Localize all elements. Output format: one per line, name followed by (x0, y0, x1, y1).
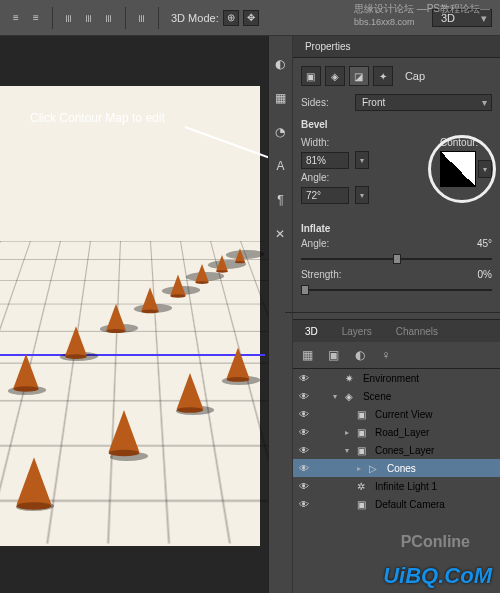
align-icon[interactable]: ≡ (8, 10, 24, 26)
filter-light-icon[interactable]: ♀ (377, 346, 395, 364)
contour-dropdown[interactable]: ▾ (478, 160, 492, 178)
item-label: Road_Layer (375, 427, 429, 438)
bevel-section: Bevel (301, 119, 492, 130)
properties-tab[interactable]: Properties (297, 37, 359, 56)
visibility-icon[interactable]: 👁 (297, 373, 311, 384)
visibility-icon[interactable]: 👁 (297, 391, 311, 402)
cone-mesh (216, 255, 228, 271)
cone-mesh (17, 457, 52, 505)
item-label: Scene (363, 391, 391, 402)
item-type-icon: ✷ (345, 373, 359, 384)
sides-select[interactable]: Front (355, 94, 492, 111)
watermark-forum: 思缘设计论坛 (354, 3, 414, 14)
mode-label: 3D Mode: (171, 12, 219, 24)
annotation-text: Click Contour Map to edit (30, 111, 165, 125)
cone-mesh (235, 248, 245, 262)
cap-btn[interactable]: ◪ (349, 66, 369, 86)
scene-item[interactable]: 👁✷Environment (293, 369, 500, 387)
item-type-icon: ▣ (357, 409, 371, 420)
strength-label: Strength: (301, 269, 349, 280)
scene-item[interactable]: 👁▾◈Scene (293, 387, 500, 405)
visibility-icon[interactable]: 👁 (297, 427, 311, 438)
color-icon[interactable]: ◐ (272, 56, 288, 72)
axis-line (0, 354, 265, 356)
deform-btn[interactable]: ◈ (325, 66, 345, 86)
orbit-icon[interactable]: ⊕ (223, 10, 239, 26)
scene-item[interactable]: 👁▸▷Cones (293, 459, 500, 477)
scene-item[interactable]: 👁▾▣Cones_Layer (293, 441, 500, 459)
visibility-icon[interactable]: 👁 (297, 481, 311, 492)
cone-mesh (170, 275, 185, 296)
disclosure-icon[interactable]: ▾ (333, 392, 341, 401)
item-label: Environment (363, 373, 419, 384)
cone-mesh (65, 326, 87, 356)
inflate-angle-label: Angle: (301, 238, 349, 249)
item-label: Cones (387, 463, 416, 474)
watermark-uibq: UiBQ.CoM (383, 563, 492, 588)
distribute-icon-4[interactable]: ⫼ (134, 10, 150, 26)
scene-list: 👁✷Environment👁▾◈Scene👁▣Current View👁▸▣Ro… (293, 369, 500, 513)
character-icon[interactable]: A (272, 158, 288, 174)
scene-item[interactable]: 👁▣Current View (293, 405, 500, 423)
coord-btn[interactable]: ✦ (373, 66, 393, 86)
filter-mesh-icon[interactable]: ▣ (325, 346, 343, 364)
tab-3d[interactable]: 3D (297, 322, 326, 341)
strength-value[interactable]: 0% (478, 269, 492, 280)
3d-viewport[interactable]: Click Contour Map to edit (0, 36, 268, 593)
distribute-icon-2[interactable]: ⫼ (81, 10, 97, 26)
paragraph-icon[interactable]: ¶ (272, 192, 288, 208)
cone-mesh (227, 347, 250, 378)
distribute-icon-3[interactable]: ⫼ (101, 10, 117, 26)
angle-label: Angle: (301, 172, 349, 183)
pan-icon[interactable]: ✥ (243, 10, 259, 26)
cone-mesh (141, 287, 158, 311)
distribute-icon[interactable]: ⫼ (61, 10, 77, 26)
tab-channels[interactable]: Channels (388, 322, 446, 341)
scene-item[interactable]: 👁▣Default Camera (293, 495, 500, 513)
filter-whole-icon[interactable]: ▦ (299, 346, 317, 364)
width-stepper[interactable]: ▾ (355, 151, 369, 169)
cone-mesh (13, 354, 38, 388)
canvas (0, 86, 260, 546)
visibility-icon[interactable]: 👁 (297, 445, 311, 456)
tools-icon[interactable]: ✕ (272, 226, 288, 242)
visibility-icon[interactable]: 👁 (297, 499, 311, 510)
angle-stepper[interactable]: ▾ (355, 186, 369, 204)
properties-tab-bar: Properties (293, 36, 500, 58)
width-label: Width: (301, 137, 349, 148)
item-type-icon: ▣ (357, 445, 371, 456)
scene-item[interactable]: 👁▸▣Road_Layer (293, 423, 500, 441)
width-input[interactable] (301, 152, 349, 169)
angle-input[interactable] (301, 187, 349, 204)
panel-dock: ◐ ▦ ◔ A ¶ ✕ Properties ▣ ◈ ◪ ✦ Cap Sides… (268, 36, 500, 593)
cone-mesh (109, 410, 140, 452)
scene-item[interactable]: 👁✲Infinite Light 1 (293, 477, 500, 495)
item-type-icon: ▣ (357, 427, 371, 438)
item-label: Cones_Layer (375, 445, 434, 456)
inflate-angle-value[interactable]: 45° (477, 238, 492, 249)
visibility-icon[interactable]: 👁 (297, 463, 311, 474)
disclosure-icon[interactable]: ▾ (345, 446, 353, 455)
swatches-icon[interactable]: ▦ (272, 90, 288, 106)
item-type-icon: ▷ (369, 463, 383, 474)
mesh-btn[interactable]: ▣ (301, 66, 321, 86)
inflate-angle-slider[interactable] (301, 252, 492, 266)
sides-label: Sides: (301, 97, 349, 108)
iconic-panel-strip: ◐ ▦ ◔ A ¶ ✕ (269, 36, 293, 593)
visibility-icon[interactable]: 👁 (297, 409, 311, 420)
cone-mesh (177, 373, 204, 409)
strength-slider[interactable] (301, 283, 492, 297)
contour-picker[interactable] (440, 151, 476, 187)
align-icon-2[interactable]: ≡ (28, 10, 44, 26)
3d-panel: 3D Layers Channels ▦ ▣ ◐ ♀ 👁✷Environment… (293, 319, 500, 513)
inflate-section: Inflate (301, 223, 492, 234)
filter-material-icon[interactable]: ◐ (351, 346, 369, 364)
mesh-name: Cap (405, 70, 425, 82)
tab-layers[interactable]: Layers (334, 322, 380, 341)
item-label: Default Camera (375, 499, 445, 510)
watermark-url: bbs.16xx8.com (354, 17, 415, 27)
adjustments-icon[interactable]: ◔ (272, 124, 288, 140)
disclosure-icon[interactable]: ▸ (357, 464, 365, 473)
watermark-pconline: PConline (401, 533, 470, 551)
disclosure-icon[interactable]: ▸ (345, 428, 353, 437)
